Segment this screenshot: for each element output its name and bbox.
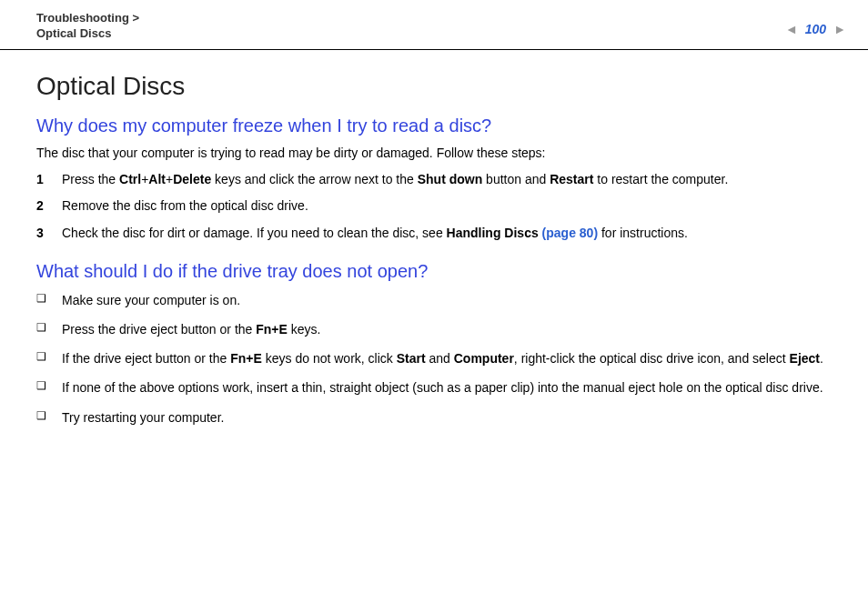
steps-list: 1 Press the Ctrl+Alt+Delete keys and cli…	[36, 171, 832, 243]
bullet-icon: ❑	[36, 349, 62, 367]
list-item: ❑ Try restarting your computer.	[36, 408, 832, 427]
section-intro: The disc that your computer is trying to…	[36, 146, 832, 160]
list-text: If none of the above options work, inser…	[62, 378, 832, 397]
prev-page-arrow-icon[interactable]: ◄	[785, 22, 798, 36]
step-text: Remove the disc from the optical disc dr…	[62, 197, 832, 216]
bullet-icon: ❑	[36, 320, 62, 338]
list-item: ❑ If none of the above options work, ins…	[36, 378, 832, 397]
list-item: ❑ If the drive eject button or the Fn+E …	[36, 349, 832, 367]
page-header: Troubleshooting > Optical Discs ◄ 100 ►	[0, 0, 868, 50]
step-text: Check the disc for dirt or damage. If yo…	[62, 225, 832, 243]
list-item: ❑ Press the drive eject button or the Fn…	[36, 320, 832, 338]
breadcrumb-current: Optical Discs	[36, 26, 139, 42]
checklist: ❑ Make sure your computer is on. ❑ Press…	[36, 291, 832, 427]
bullet-icon: ❑	[36, 291, 62, 309]
section-heading-freeze: Why does my computer freeze when I try t…	[36, 116, 832, 136]
section-heading-tray: What should I do if the drive tray does …	[36, 261, 832, 282]
page-number: 100	[802, 22, 830, 36]
step-text: Press the Ctrl+Alt+Delete keys and click…	[62, 171, 832, 189]
step-number: 1	[36, 171, 62, 189]
step-item: 2 Remove the disc from the optical disc …	[36, 197, 832, 216]
list-text: Try restarting your computer.	[62, 408, 832, 427]
list-item: ❑ Make sure your computer is on.	[36, 291, 832, 309]
bullet-icon: ❑	[36, 408, 62, 427]
list-text: If the drive eject button or the Fn+E ke…	[62, 349, 832, 367]
list-text: Press the drive eject button or the Fn+E…	[62, 320, 832, 338]
step-number: 2	[36, 197, 62, 216]
next-page-arrow-icon[interactable]: ►	[833, 22, 846, 36]
step-number: 3	[36, 225, 62, 243]
step-item: 3 Check the disc for dirt or damage. If …	[36, 225, 832, 243]
list-text: Make sure your computer is on.	[62, 291, 832, 309]
step-item: 1 Press the Ctrl+Alt+Delete keys and cli…	[36, 171, 832, 189]
page-link[interactable]: (page 80)	[542, 226, 598, 240]
page-content: Optical Discs Why does my computer freez…	[0, 50, 868, 456]
page-title: Optical Discs	[36, 72, 832, 101]
breadcrumb-parent: Troubleshooting >	[36, 11, 139, 26]
bullet-icon: ❑	[36, 378, 62, 397]
page-navigation: ◄ 100 ►	[785, 22, 846, 36]
breadcrumb: Troubleshooting > Optical Discs	[36, 11, 139, 42]
